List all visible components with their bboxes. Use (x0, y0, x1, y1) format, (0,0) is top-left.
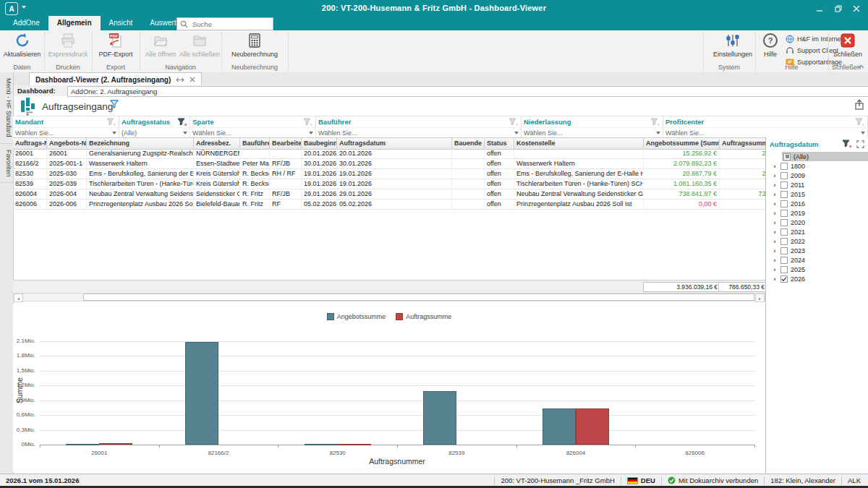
year-checkbox[interactable] (780, 266, 788, 273)
filter-header-auftragsstatus[interactable]: Auftragsstatusx (119, 116, 190, 127)
filter-header-baufhrer[interactable]: Bauführerx (316, 116, 522, 127)
column-header[interactable]: Baubeginn (302, 138, 337, 149)
sidebar-item-favoriten[interactable]: Favoriten (0, 144, 12, 184)
filter-combobox-niederlassung[interactable]: Wählen Sie... (522, 127, 663, 138)
column-header[interactable]: Angebots-Nr (47, 138, 87, 149)
year-item-2020[interactable]: ›2020 (766, 218, 868, 227)
filter-combobox-auftragsstatus[interactable]: (Alle) (119, 127, 190, 138)
expander-icon[interactable]: › (772, 200, 778, 207)
column-header[interactable]: Adressbez. (194, 138, 240, 149)
filter-header-niederlassung[interactable]: Niederlassungx (522, 116, 663, 127)
filter-funnel-icon[interactable]: x (509, 118, 519, 127)
legend-item[interactable]: Angebotssumme (327, 313, 386, 320)
document-tab[interactable]: Dashboard-Viewer (2. Auftragseingang) (29, 72, 202, 86)
aktualisieren-button[interactable]: Aktualisieren (1, 33, 43, 63)
expander-icon[interactable]: › (772, 181, 778, 189)
tab-ansicht[interactable]: Ansicht (101, 16, 142, 30)
year-checkbox[interactable] (780, 191, 788, 198)
dock-arrows-icon[interactable] (176, 77, 184, 83)
app-menu-caret-icon[interactable] (22, 6, 26, 9)
year-checkbox[interactable] (780, 181, 788, 189)
table-row[interactable]: 8260062026-006Prinzregentenplatz Ausbau … (13, 200, 765, 210)
year-item-2026[interactable]: ›2026 (766, 274, 868, 283)
bar-auftragssumme[interactable] (99, 443, 132, 445)
column-header[interactable]: Bauende (452, 138, 485, 149)
year-checkbox[interactable] (780, 275, 788, 283)
filter-combobox-baufhrer[interactable]: Wählen Sie... (316, 127, 522, 138)
year-item-2025[interactable]: ›2025 (766, 265, 868, 274)
ribbon-search[interactable] (176, 17, 273, 30)
bar-angebotssumme[interactable] (66, 444, 99, 445)
year-checkbox[interactable] (780, 247, 788, 254)
share-export-icon[interactable] (854, 99, 865, 111)
column-header[interactable]: Bezeichnung (87, 138, 194, 149)
year-checkbox[interactable] (780, 219, 788, 226)
year-item-2016[interactable]: ›2016 (766, 199, 868, 208)
expander-icon[interactable]: › (772, 247, 778, 254)
filter-clear-icon[interactable]: x (842, 140, 852, 148)
filter-funnel-icon[interactable]: x (303, 118, 313, 127)
year-checkbox[interactable] (780, 163, 788, 170)
dashboard-combobox[interactable]: AddOne: 2. Auftragseingang (67, 86, 868, 97)
bar-angebotssumme[interactable] (185, 342, 218, 445)
tab-allgemein[interactable]: Allgemein (48, 16, 101, 30)
table-row[interactable]: 82166/22025-001-1Wasserwerk HalternEssen… (13, 159, 765, 169)
scrollbar-thumb[interactable] (83, 294, 754, 301)
app-icon[interactable]: A (5, 2, 18, 15)
column-header[interactable]: Angebotssumme (Summe) (644, 138, 720, 149)
expander-icon[interactable]: › (772, 228, 778, 236)
expander-icon[interactable]: › (772, 172, 778, 179)
column-header[interactable]: Auftragssumme (Summe) (720, 138, 765, 149)
neuberechnung-button[interactable]: Neuberechnung (226, 33, 284, 63)
minimize-button[interactable] (812, 3, 827, 14)
tab-addone[interactable]: AddOne (4, 16, 48, 30)
search-input[interactable] (191, 20, 259, 29)
year-item-2015[interactable]: ›2015 (766, 189, 868, 199)
year-item-2023[interactable]: ›2023 (766, 246, 868, 255)
support-client-button[interactable]: Support Client (786, 46, 838, 55)
year-checkbox[interactable] (780, 228, 788, 236)
year-checkbox[interactable] (783, 153, 791, 160)
column-header[interactable]: Bauführer (240, 138, 270, 149)
filter-funnel-icon[interactable]: x (650, 118, 660, 127)
close-window-button[interactable] (848, 3, 864, 14)
expander-icon[interactable]: › (772, 238, 778, 245)
column-header[interactable]: Status (485, 138, 514, 149)
sidebar-item-menu-hf-standard[interactable]: Menü - HF Standard (0, 72, 12, 144)
year-checkbox[interactable] (780, 210, 788, 217)
year-item-2021[interactable]: ›2021 (766, 227, 868, 236)
year-item-2009[interactable]: ›2009 (766, 171, 868, 180)
filter-funnel-icon[interactable]: x (855, 118, 865, 127)
column-header[interactable]: Auftrags-Nr (13, 138, 47, 149)
filter-header-mandant[interactable]: Mandantx (13, 116, 119, 127)
ribbon-collapse-icon[interactable] (858, 64, 864, 69)
filter-combobox-profitcenter[interactable]: Wählen Sie... (663, 127, 868, 138)
tab-close-icon[interactable] (190, 77, 195, 82)
column-header[interactable]: Kostenstelle (514, 138, 644, 149)
expander-icon[interactable]: › (772, 275, 778, 283)
filter-header-profitcenter[interactable]: Profitcenterx (663, 116, 868, 127)
expander-icon[interactable]: › (772, 191, 778, 198)
einstellungen-button[interactable]: Einstellungen (709, 33, 757, 63)
filter-header-sparte[interactable]: Spartex (190, 116, 316, 127)
dashboard-filter-icon[interactable] (110, 100, 119, 108)
expander-icon[interactable]: › (772, 163, 778, 170)
scroll-left-icon[interactable]: ◂ (14, 294, 23, 302)
pdf-export-button[interactable]: PDF PDF-Export (94, 33, 137, 63)
year-item-2024[interactable]: ›2024 (766, 255, 868, 265)
legend-item[interactable]: Auftragssumme (396, 313, 451, 320)
year-item-2019[interactable]: ›2019 (766, 208, 868, 218)
scroll-right-icon[interactable]: ▸ (755, 294, 765, 302)
year-item-2022[interactable]: ›2022 (766, 236, 868, 246)
filter-combobox-mandant[interactable]: Wählen Sie... (13, 127, 119, 138)
bar-angebotssumme[interactable] (542, 408, 576, 445)
year-item-1800[interactable]: ›1800 (766, 161, 868, 171)
expander-icon[interactable]: › (772, 266, 778, 273)
filter-combobox-sparte[interactable]: Wählen Sie... (190, 127, 316, 138)
bar-angebotssumme[interactable] (423, 391, 456, 445)
column-header[interactable]: Bearbeiter (270, 138, 302, 149)
column-header[interactable]: Auftragsdatum (337, 138, 452, 149)
bar-auftragssumme[interactable] (338, 444, 371, 445)
table-row[interactable]: 825302025-030Ems - Berufskolleg, Sanieru… (13, 169, 765, 179)
schliessen-button[interactable]: Schließen (832, 33, 864, 63)
